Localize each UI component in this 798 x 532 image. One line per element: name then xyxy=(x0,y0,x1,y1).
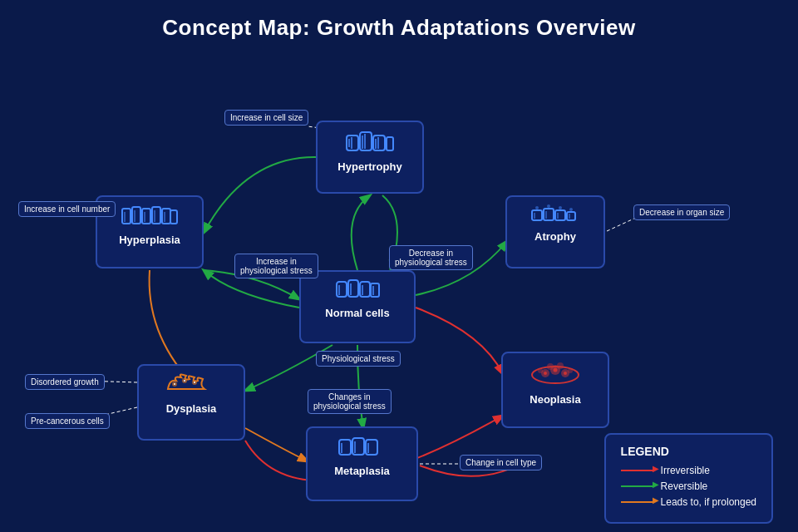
metaplasia-icon xyxy=(316,435,408,461)
svg-rect-17 xyxy=(132,207,140,224)
svg-point-52 xyxy=(194,382,195,383)
svg-rect-30 xyxy=(567,212,575,220)
normal-cells-node: Normal cells xyxy=(299,270,416,343)
label-increase-phys-stress: Increase inphysiological stress xyxy=(234,254,318,278)
label-change-cell-type: Change in cell type xyxy=(460,455,542,470)
svg-point-57 xyxy=(544,372,547,375)
svg-point-63 xyxy=(568,368,573,373)
svg-point-50 xyxy=(174,383,175,385)
svg-rect-21 xyxy=(170,210,177,224)
svg-rect-66 xyxy=(366,440,377,455)
svg-rect-8 xyxy=(373,135,385,150)
neoplasia-icon xyxy=(511,360,599,390)
label-decrease-organ-size: Decrease in organ size xyxy=(633,204,730,220)
legend: LEGEND Irreversible Reversible Leads to,… xyxy=(604,433,773,524)
label-decrease-phys-stress: Decrease inphysiological stress xyxy=(389,245,473,270)
irreversible-line xyxy=(621,470,654,471)
normal-cells-label: Normal cells xyxy=(325,307,389,319)
hyperplasia-icon xyxy=(106,204,194,230)
neoplasia-label: Neoplasia xyxy=(530,393,580,406)
svg-point-60 xyxy=(547,363,554,370)
svg-point-38 xyxy=(569,208,573,211)
metaplasia-label: Metaplasia xyxy=(334,465,389,477)
normal-cells-icon xyxy=(309,278,406,303)
svg-rect-27 xyxy=(532,210,542,220)
reversible-label: Reversible xyxy=(661,480,708,492)
svg-point-58 xyxy=(553,368,557,372)
hypertrophy-icon xyxy=(326,129,414,157)
svg-point-61 xyxy=(557,362,564,369)
label-changes-phys-stress: Changes inphysiological stress xyxy=(308,389,392,414)
hypertrophy-node: Hypertrophy xyxy=(316,121,424,194)
svg-rect-28 xyxy=(544,209,554,220)
svg-point-51 xyxy=(184,380,185,382)
dysplasia-icon xyxy=(147,372,235,399)
label-physiological-stress: Physiological stress xyxy=(316,351,401,367)
svg-rect-9 xyxy=(387,137,393,150)
svg-point-37 xyxy=(559,206,562,209)
page-title: Concept Map: Growth Adaptations Overview xyxy=(0,0,798,41)
irreversible-label: Irreversible xyxy=(661,465,710,476)
leads-to-label: Leads to, if prolonged xyxy=(661,496,756,508)
svg-point-35 xyxy=(535,206,539,209)
atrophy-node: Atrophy xyxy=(505,195,605,268)
hyperplasia-label: Hyperplasia xyxy=(119,234,180,246)
svg-rect-42 xyxy=(371,283,379,297)
label-disordered-growth: Disordered growth xyxy=(25,374,105,390)
svg-rect-7 xyxy=(360,132,372,150)
label-increase-cell-size: Increase in cell size xyxy=(224,110,308,126)
svg-rect-19 xyxy=(152,207,160,224)
svg-rect-16 xyxy=(122,209,131,224)
reversible-line xyxy=(621,485,654,487)
svg-rect-65 xyxy=(352,438,364,455)
legend-leads-to: Leads to, if prolonged xyxy=(621,496,756,508)
label-increase-cell-number: Increase in cell number xyxy=(18,201,116,217)
dysplasia-label: Dysplasia xyxy=(166,402,217,415)
atrophy-label: Atrophy xyxy=(534,230,576,243)
neoplasia-node: Neoplasia xyxy=(501,352,609,428)
svg-rect-41 xyxy=(360,282,370,297)
svg-rect-18 xyxy=(142,209,150,224)
dysplasia-node: Dysplasia xyxy=(137,364,245,441)
svg-point-36 xyxy=(547,204,550,208)
svg-rect-20 xyxy=(162,209,170,224)
legend-title: LEGEND xyxy=(621,445,756,458)
label-pre-cancerous: Pre-cancerous cells xyxy=(25,413,110,429)
concept-map: Hypertrophy Hyperplasia xyxy=(0,50,798,532)
atrophy-icon xyxy=(515,204,595,227)
svg-rect-29 xyxy=(555,210,565,220)
svg-rect-40 xyxy=(348,280,358,297)
legend-irreversible: Irreversible xyxy=(621,465,756,476)
svg-point-59 xyxy=(564,372,567,375)
svg-rect-6 xyxy=(347,135,358,150)
svg-point-62 xyxy=(538,368,543,373)
hypertrophy-label: Hypertrophy xyxy=(337,160,401,173)
svg-rect-64 xyxy=(339,440,351,455)
metaplasia-node: Metaplasia xyxy=(306,426,418,501)
legend-reversible: Reversible xyxy=(621,480,756,492)
leads-to-line xyxy=(621,501,654,503)
svg-rect-39 xyxy=(337,282,347,297)
